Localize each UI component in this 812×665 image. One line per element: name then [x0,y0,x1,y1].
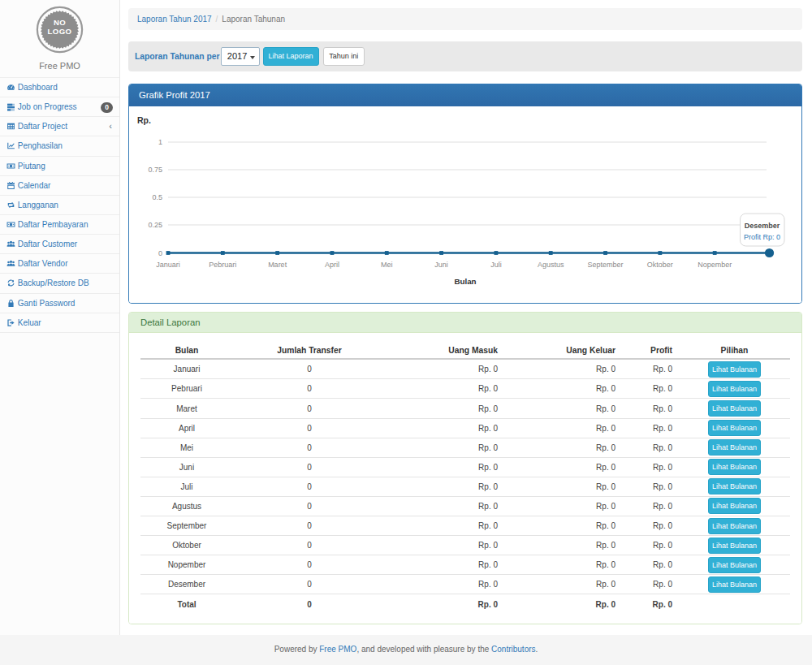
svg-text:Rp.: Rp. [137,115,151,125]
svg-text:0: 0 [158,249,162,257]
svg-text:Agustus: Agustus [538,261,564,269]
svg-text:September: September [588,261,624,269]
svg-text:April: April [325,261,339,269]
svg-text:0.5: 0.5 [152,193,162,201]
svg-text:Bulan: Bulan [454,277,476,286]
svg-text:Desember: Desember [745,222,780,230]
svg-text:Maret: Maret [268,261,287,269]
svg-text:Nopember: Nopember [698,261,732,269]
svg-text:Juli: Juli [490,261,502,269]
svg-text:0.75: 0.75 [148,166,162,174]
svg-text:Oktober: Oktober [647,261,673,269]
svg-text:Januari: Januari [156,261,180,269]
svg-text:Pebruari: Pebruari [209,261,236,269]
svg-text:Profit Rp: 0: Profit Rp: 0 [744,233,780,241]
svg-text:LOGO: LOGO [48,27,72,36]
svg-text:0.25: 0.25 [148,221,162,229]
svg-text:1: 1 [158,138,162,146]
svg-text:Juni: Juni [434,261,448,269]
svg-text:Mei: Mei [381,261,393,269]
svg-text:NO: NO [54,18,66,27]
